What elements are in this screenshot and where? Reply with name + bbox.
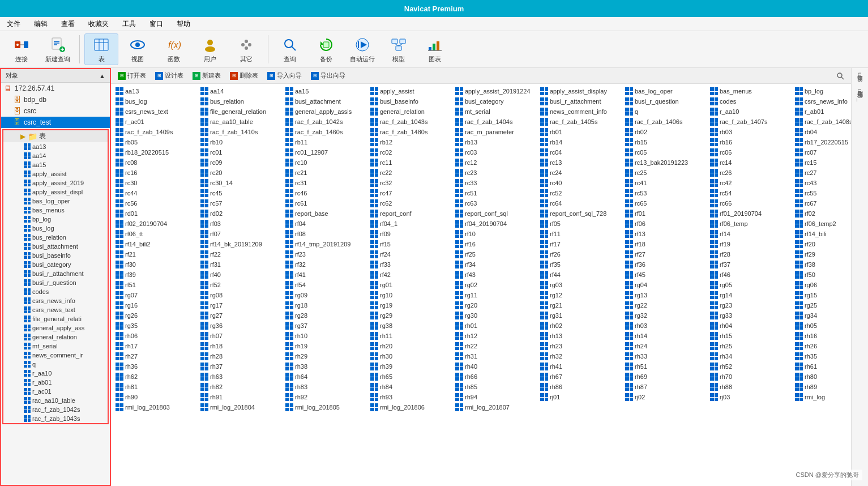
table-grid-item[interactable]: rc01 bbox=[198, 147, 283, 157]
table-grid-item[interactable]: rf40 bbox=[198, 270, 283, 280]
table-grid-item[interactable]: rf03 bbox=[198, 219, 283, 229]
table-grid-item[interactable]: bp_log bbox=[793, 86, 851, 96]
table-grid-item[interactable]: rh13 bbox=[538, 331, 623, 341]
table-grid-item[interactable]: apply_assist bbox=[368, 86, 453, 96]
table-grid-item[interactable]: rf06_temp bbox=[708, 219, 793, 229]
table-grid-item[interactable]: rmi_log_201803 bbox=[113, 402, 198, 412]
table-grid-item[interactable]: bas_menus bbox=[708, 86, 793, 96]
table-grid-item[interactable]: rh90 bbox=[113, 392, 198, 402]
table-grid-item[interactable]: rf05 bbox=[538, 219, 623, 229]
table-grid-item[interactable]: rf39 bbox=[113, 270, 198, 280]
table-grid-item[interactable]: rmi_log bbox=[793, 392, 851, 402]
table-grid-item[interactable]: rf06 bbox=[623, 219, 708, 229]
table-grid-item[interactable]: rb13 bbox=[453, 137, 538, 147]
table-grid-item[interactable]: rc61 bbox=[283, 198, 368, 208]
table-grid-item[interactable]: rf25 bbox=[453, 249, 538, 259]
new-table-btn[interactable]: ⊞ 新建表 bbox=[189, 70, 224, 81]
table-grid-item[interactable]: rc02 bbox=[368, 147, 453, 157]
table-grid-item[interactable]: rg01 bbox=[368, 280, 453, 290]
table-grid-item[interactable]: rg02 bbox=[453, 280, 538, 290]
table-grid-item[interactable]: rf38 bbox=[793, 259, 851, 270]
sidebar-table-item[interactable]: aa15 bbox=[3, 160, 108, 169]
table-grid-item[interactable]: rg25 bbox=[793, 300, 851, 310]
toolbar-model[interactable]: 模型 bbox=[382, 33, 416, 65]
table-grid-item[interactable]: rg29 bbox=[368, 310, 453, 321]
table-grid-item[interactable]: rh80 bbox=[793, 372, 851, 382]
table-grid-item[interactable]: rh91 bbox=[198, 392, 283, 402]
table-grid-item[interactable]: rc41 bbox=[623, 178, 708, 188]
table-grid-item[interactable]: rb14 bbox=[538, 137, 623, 147]
table-grid-item[interactable]: general_apply_assis bbox=[283, 106, 368, 117]
table-grid-item[interactable]: rh18 bbox=[198, 341, 283, 351]
toolbar-connect[interactable]: 连接 bbox=[5, 33, 39, 65]
table-grid-item[interactable]: rc12 bbox=[453, 157, 538, 168]
table-grid-item[interactable]: rf52 bbox=[198, 280, 283, 290]
table-grid-item[interactable]: rh12 bbox=[453, 331, 538, 341]
toolbar-view[interactable]: 视图 bbox=[121, 33, 155, 65]
table-grid-item[interactable]: rc45 bbox=[198, 188, 283, 198]
table-grid-item[interactable]: rg34 bbox=[793, 310, 851, 321]
sidebar-table-item[interactable]: bus_log bbox=[3, 224, 108, 233]
table-grid-item[interactable]: rf41 bbox=[283, 270, 368, 280]
table-grid-item[interactable]: rf44 bbox=[538, 270, 623, 280]
sidebar-table-item[interactable]: apply_assist bbox=[3, 169, 108, 178]
table-grid-item[interactable]: rmi_log_201804 bbox=[198, 402, 283, 412]
table-grid-item[interactable]: rb16 bbox=[708, 137, 793, 147]
sidebar-db-csrc-test[interactable]: 🗄 csrc_test bbox=[1, 117, 110, 128]
table-grid-item[interactable]: rg33 bbox=[708, 310, 793, 321]
table-grid-item[interactable]: rh61 bbox=[793, 361, 851, 372]
table-grid-item[interactable]: rg36 bbox=[198, 321, 283, 331]
table-grid-item[interactable]: rb02 bbox=[623, 127, 708, 137]
table-grid-item[interactable]: rb12 bbox=[368, 137, 453, 147]
table-grid-item[interactable]: rf08 bbox=[283, 229, 368, 239]
table-grid-item[interactable]: apply_assist_display bbox=[538, 86, 623, 96]
table-grid-item[interactable]: rc42 bbox=[708, 178, 793, 188]
table-grid-item[interactable]: rc54 bbox=[708, 188, 793, 198]
table-grid-item[interactable]: rg05 bbox=[708, 280, 793, 290]
table-grid-item[interactable]: rh40 bbox=[453, 361, 538, 372]
sidebar-table-item[interactable]: aa13 bbox=[3, 142, 108, 151]
table-grid-item[interactable]: rc57 bbox=[198, 198, 283, 208]
table-grid-item[interactable]: rc20 bbox=[198, 168, 283, 178]
table-grid-item[interactable]: rf50 bbox=[793, 270, 851, 280]
table-grid-item[interactable]: rf24 bbox=[368, 249, 453, 259]
table-grid-item[interactable]: rmi_log_201805 bbox=[283, 402, 368, 412]
table-grid-item[interactable]: rf34 bbox=[453, 259, 538, 270]
table-grid-item[interactable]: rc22 bbox=[368, 168, 453, 178]
table-grid-item[interactable]: rg37 bbox=[283, 321, 368, 331]
table-grid-item[interactable]: rc08 bbox=[113, 157, 198, 168]
table-grid-item[interactable]: rh86 bbox=[538, 382, 623, 392]
table-grid-item[interactable]: rc23 bbox=[453, 168, 538, 178]
sidebar-table-item[interactable]: bus_relation bbox=[3, 233, 108, 242]
toolbar-new-query[interactable]: 新建查询 bbox=[41, 33, 75, 65]
sidebar-table-item[interactable]: r_aa10 bbox=[3, 369, 108, 378]
table-grid-item[interactable]: apply_assist_20191224 bbox=[453, 86, 538, 96]
table-grid-item[interactable]: file_general_relation bbox=[198, 106, 283, 117]
table-grid-item[interactable]: bus_relation bbox=[198, 96, 283, 106]
table-grid-item[interactable]: busi_attachment bbox=[283, 96, 368, 106]
table-grid-item[interactable]: rf20 bbox=[793, 239, 851, 249]
table-grid-item[interactable]: rg30 bbox=[453, 310, 538, 321]
table-grid-item[interactable]: rf09 bbox=[368, 229, 453, 239]
table-grid-item[interactable]: rc09 bbox=[198, 157, 283, 168]
table-grid-item[interactable]: rac_f_zab_1406s bbox=[623, 117, 708, 127]
sidebar-table-item[interactable]: file_general_relati bbox=[3, 314, 108, 323]
sidebar-table-item[interactable]: busi_attachment bbox=[3, 242, 108, 251]
menu-file[interactable]: 文件 bbox=[5, 18, 23, 30]
table-grid-item[interactable]: rf10 bbox=[453, 229, 538, 239]
toolbar-query[interactable]: 查询 bbox=[273, 33, 307, 65]
sidebar-table-item[interactable]: news_comment_ir bbox=[3, 351, 108, 360]
table-grid-item[interactable]: rh84 bbox=[368, 382, 453, 392]
toolbar-other[interactable]: 其它 bbox=[229, 33, 263, 65]
table-grid-item[interactable]: rh35 bbox=[793, 351, 851, 361]
sidebar-table-item[interactable]: rac_f_zab_1042s bbox=[3, 405, 108, 414]
table-grid-item[interactable]: rh24 bbox=[623, 341, 708, 351]
table-grid-item[interactable]: rc05 bbox=[623, 147, 708, 157]
table-grid-item[interactable]: rf32 bbox=[283, 259, 368, 270]
table-grid-item[interactable]: rc01_12907 bbox=[283, 147, 368, 157]
table-grid-item[interactable]: rh83 bbox=[283, 382, 368, 392]
table-grid-item[interactable]: rg15 bbox=[793, 290, 851, 300]
table-grid-item[interactable]: rh52 bbox=[708, 361, 793, 372]
table-grid-item[interactable]: rf54 bbox=[283, 280, 368, 290]
table-grid-item[interactable]: rh30 bbox=[368, 351, 453, 361]
